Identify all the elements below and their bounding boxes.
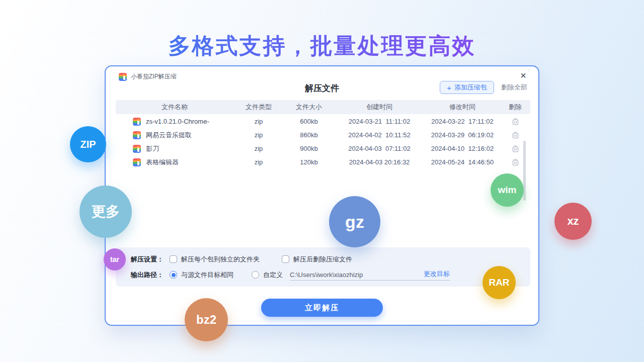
extract-now-button[interactable]: 立即解压 [261, 299, 383, 317]
file-name-cell: zs-v1.0.21.0-Chrome- [116, 118, 233, 126]
trash-icon [512, 118, 519, 125]
bubble-label: 更多 [92, 202, 120, 221]
radio-selected-icon [170, 271, 177, 279]
radio-label: 自定义 [263, 270, 283, 280]
created-time: 2024-04-02 10:11:52 [334, 131, 425, 139]
radio-same-as-source[interactable]: 与源文件目标相同 [170, 270, 233, 280]
file-table: zs-v1.0.21.0-Chrome- zip 600kb 2024-03-2… [116, 115, 530, 169]
file-name: zs-v1.0.21.0-Chrome- [146, 118, 209, 125]
file-size: 860kb [284, 131, 334, 139]
checkbox-delete-after-extract[interactable]: 解压后删除压缩文件 [282, 255, 352, 264]
checkbox-icon [282, 255, 289, 263]
file-name-cell: 影刀 [116, 144, 233, 153]
bubble-label: wim [498, 185, 517, 196]
checkbox-extract-to-separate-folder[interactable]: 解压每个包到独立的文件夹 [170, 255, 260, 264]
file-name: 影刀 [146, 144, 159, 153]
delete-all-button[interactable]: 删除全部 [501, 83, 527, 92]
trash-icon [512, 159, 519, 166]
file-type: zip [233, 118, 284, 125]
add-archive-button[interactable]: + 添加压缩包 [440, 81, 494, 94]
file-name-cell: 表格编辑器 [116, 158, 233, 167]
checkbox-icon [170, 255, 177, 263]
file-type: zip [233, 145, 284, 152]
delete-row-button[interactable] [500, 118, 530, 125]
trash-icon [512, 145, 519, 152]
file-size: 120kb [284, 158, 334, 166]
format-bubble-bz2: bz2 [185, 298, 228, 341]
output-path-label: 输出路径： [131, 270, 164, 280]
column-header-type: 文件类型 [233, 103, 284, 112]
extract-settings-label: 解压设置： [131, 255, 164, 264]
checkbox-label: 解压每个包到独立的文件夹 [181, 255, 260, 264]
zip-file-icon [133, 145, 141, 153]
header-actions: + 添加压缩包 删除全部 [440, 81, 527, 94]
extract-settings-row: 解压设置： 解压每个包到独立的文件夹 解压后删除压缩文件 [131, 254, 515, 264]
file-size: 900kb [284, 145, 334, 152]
file-name: 网易云音乐提取 [146, 131, 192, 140]
created-time: 2024-04-03 07:11:02 [334, 145, 425, 152]
app-window: 小番茄ZIP解压缩 × 解压文件 + 添加压缩包 删除全部 文件名称 文件类型 … [105, 65, 539, 326]
settings-panel: 解压设置： 解压每个包到独立的文件夹 解压后删除压缩文件 输出路径： 与源文件目… [116, 247, 530, 287]
file-name: 表格编辑器 [146, 158, 179, 167]
bubble-label: xz [567, 215, 579, 228]
modified-time: 2024-04-10 12:16:02 [425, 145, 500, 152]
table-row: 网易云音乐提取 zip 860kb 2024-04-02 10:11:52 20… [116, 128, 530, 142]
modified-time: 2024-03-22 17:11:02 [425, 118, 500, 125]
column-header-name: 文件名称 [116, 103, 233, 112]
bubble-label: tar [110, 255, 119, 263]
page: 多格式支持，批量处理更高效 小番茄ZIP解压缩 × 解压文件 + 添加压缩包 删… [0, 0, 644, 362]
radio-label: 与源文件目标相同 [181, 270, 233, 280]
output-path-field: C:\Users\iwork\xiaozhizip 更改目标 [290, 269, 450, 281]
app-title: 小番茄ZIP解压缩 [131, 72, 177, 81]
bubble-label: ZIP [80, 139, 96, 150]
plus-icon: + [447, 84, 451, 92]
column-header-modified: 修改时间 [425, 103, 500, 112]
modified-time: 2024-05-24 14:46:50 [425, 158, 500, 166]
radio-custom[interactable]: 自定义 [252, 270, 283, 280]
format-bubble-xz: xz [554, 203, 592, 240]
format-bubble-zip: ZIP [70, 126, 106, 162]
bubble-label: bz2 [196, 313, 216, 327]
created-time: 2024-04-03 20:16:32 [334, 158, 425, 166]
format-bubble-tar: tar [104, 248, 126, 270]
zip-file-icon [133, 158, 141, 166]
page-title: 多格式支持，批量处理更高效 [0, 31, 644, 61]
format-bubble-rar: RAR [482, 266, 516, 299]
delete-row-button[interactable] [500, 132, 530, 139]
zip-file-icon [133, 131, 141, 139]
table-row: 影刀 zip 900kb 2024-04-03 07:11:02 2024-04… [116, 142, 530, 155]
trash-icon [512, 132, 519, 139]
column-header-created: 创建时间 [334, 103, 425, 112]
format-bubble-wim: wim [491, 173, 524, 207]
file-type: zip [233, 158, 284, 166]
delete-row-button[interactable] [500, 145, 530, 152]
table-row: zs-v1.0.21.0-Chrome- zip 600kb 2024-03-2… [116, 115, 530, 128]
file-size: 600kb [284, 118, 334, 125]
bubble-label: gz [345, 212, 364, 232]
column-header-delete: 删除 [500, 103, 530, 112]
zip-file-icon [133, 118, 141, 126]
window-titlebar: 小番茄ZIP解压缩 [119, 72, 177, 81]
format-bubble-more: 更多 [79, 186, 132, 238]
checkbox-label: 解压后删除压缩文件 [293, 255, 352, 264]
file-name-cell: 网易云音乐提取 [116, 131, 233, 140]
file-type: zip [233, 131, 284, 139]
format-bubble-gz: gz [329, 196, 380, 247]
add-archive-label: 添加压缩包 [454, 83, 487, 92]
bubble-label: RAR [489, 277, 509, 288]
close-icon[interactable]: × [520, 70, 526, 80]
delete-row-button[interactable] [500, 159, 530, 166]
change-target-link[interactable]: 更改目标 [424, 269, 450, 279]
app-logo-icon [119, 73, 127, 81]
table-row: 表格编辑器 zip 120kb 2024-04-03 20:16:32 2024… [116, 155, 530, 169]
radio-icon [252, 271, 259, 279]
column-header-size: 文件大小 [284, 103, 334, 112]
output-path-row: 输出路径： 与源文件目标相同 自定义 C:\Users\iwork\xiaozh… [131, 269, 515, 280]
table-header: 文件名称 文件类型 文件大小 创建时间 修改时间 删除 [116, 100, 530, 114]
output-path-input[interactable]: C:\Users\iwork\xiaozhizip [290, 271, 363, 279]
created-time: 2024-03-21 11:11:02 [334, 118, 425, 125]
modified-time: 2024-03-29 06:19:02 [425, 131, 500, 139]
